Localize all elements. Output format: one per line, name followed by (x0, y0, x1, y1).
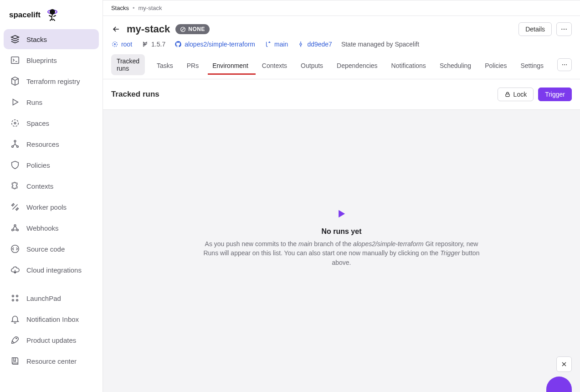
nav-launchpad[interactable]: LaunchPad (4, 288, 99, 308)
svg-point-4 (12, 120, 19, 127)
nav-product-updates[interactable]: Product updates (4, 330, 99, 350)
stacks-icon (10, 34, 20, 44)
svg-point-19 (564, 29, 565, 30)
tab-notifications[interactable]: Notifications (390, 58, 428, 75)
svg-point-6 (14, 140, 16, 142)
nav-resources[interactable]: Resources (4, 134, 99, 154)
scope-link[interactable]: root (111, 41, 132, 48)
details-button[interactable]: Details (518, 22, 552, 36)
code-icon (10, 244, 20, 254)
nav-label: Product updates (26, 336, 76, 344)
terraform-version: 1.5.7 (141, 41, 165, 48)
nav-label: Contexts (26, 182, 53, 190)
breadcrumb-root[interactable]: Stacks (111, 5, 129, 11)
status-badge: NONE (175, 24, 210, 34)
svg-point-13 (12, 295, 14, 297)
nodes-icon (10, 139, 20, 149)
cube-icon (10, 76, 20, 86)
tab-outputs[interactable]: Outputs (299, 58, 325, 75)
nav-main: Stacks Blueprints Terraform registry Run… (4, 29, 99, 371)
svg-point-18 (561, 29, 562, 30)
breadcrumb: Stacks • my-stack (103, 0, 580, 16)
tab-prs[interactable]: PRs (185, 58, 200, 75)
svg-rect-28 (506, 94, 509, 96)
breadcrumb-sep: • (133, 5, 135, 11)
svg-point-20 (566, 29, 567, 30)
empty-description: As you push new commits to the main bran… (200, 239, 482, 267)
branch-icon (264, 41, 272, 48)
commit-link[interactable]: dd9ede7 (297, 41, 332, 48)
svg-point-22 (114, 44, 116, 45)
lock-button[interactable]: Lock (498, 88, 534, 101)
subheader-title: Tracked runs (111, 90, 159, 99)
nav-source-code[interactable]: Source code (4, 239, 99, 259)
nav-terraform-registry[interactable]: Terraform registry (4, 71, 99, 91)
nav-cloud-integrations[interactable]: Cloud integrations (4, 260, 99, 280)
help-bubble[interactable] (546, 377, 572, 392)
empty-state: No runs yet As you push new commits to t… (200, 207, 482, 294)
tabs-more-button[interactable] (557, 58, 572, 71)
close-floater-button[interactable] (556, 356, 572, 372)
tab-contexts[interactable]: Contexts (260, 58, 289, 75)
page-title: my-stack (127, 23, 170, 35)
branch-link[interactable]: main (264, 41, 288, 48)
nav-label: Source code (26, 245, 65, 253)
svg-point-1 (50, 9, 55, 15)
cloud-icon (10, 265, 20, 275)
nav-notification-inbox[interactable]: Notification Inbox (4, 309, 99, 329)
nav-worker-pools[interactable]: Worker pools (4, 197, 99, 217)
nav-stacks[interactable]: Stacks (4, 29, 99, 49)
subheader: Tracked runs Lock Trigger (103, 79, 580, 110)
shield-icon (10, 160, 20, 170)
tab-policies[interactable]: Policies (483, 58, 508, 75)
svg-point-27 (566, 64, 567, 65)
svg-point-11 (17, 229, 19, 231)
tab-tasks[interactable]: Tasks (155, 58, 175, 75)
nav-blueprints[interactable]: Blueprints (4, 50, 99, 70)
tools-icon (10, 202, 20, 212)
empty-title: No runs yet (200, 227, 482, 236)
svg-point-21 (113, 42, 118, 47)
nav-separator (4, 281, 99, 287)
svg-point-15 (12, 299, 14, 301)
svg-point-14 (16, 295, 18, 297)
tab-dependencies[interactable]: Dependencies (335, 58, 380, 75)
nav-label: LaunchPad (26, 294, 61, 302)
nav-webhooks[interactable]: Webhooks (4, 218, 99, 238)
nav-contexts[interactable]: Contexts (4, 176, 99, 196)
svg-rect-3 (11, 57, 19, 64)
stack-meta: root 1.5.7 alopes2/simple-terraform main… (111, 36, 572, 48)
webhook-icon (10, 223, 20, 233)
main-panel: Stacks • my-stack my-stack NONE Details (103, 0, 580, 392)
github-icon (175, 41, 182, 48)
lock-icon (504, 91, 511, 98)
nav-label: Resource center (26, 357, 77, 365)
puzzle-icon (10, 181, 20, 191)
stack-header: my-stack NONE Details root 1.5.7 (103, 16, 580, 52)
svg-point-16 (16, 299, 18, 301)
nav-label: Notification Inbox (26, 315, 79, 323)
tab-scheduling[interactable]: Scheduling (438, 58, 473, 75)
back-icon[interactable] (111, 24, 121, 34)
tab-settings[interactable]: Settings (518, 58, 545, 75)
svg-point-24 (300, 43, 302, 45)
trigger-button[interactable]: Trigger (538, 88, 572, 101)
brand-logo[interactable]: spacelift (4, 6, 99, 29)
play-outline-icon (10, 97, 20, 107)
nav-resource-center[interactable]: Resource center (4, 351, 99, 371)
repo-link[interactable]: alopes2/simple-terraform (175, 41, 255, 48)
nav-label: Stacks (26, 36, 47, 43)
nav-label: Policies (26, 161, 50, 169)
svg-point-5 (14, 122, 16, 124)
tab-tracked-runs[interactable]: Tracked runs (111, 54, 145, 75)
tabs: Tracked runs Tasks PRs Environment Conte… (103, 52, 580, 79)
commit-icon (297, 41, 304, 48)
nav-spaces[interactable]: Spaces (4, 113, 99, 133)
nav-runs[interactable]: Runs (4, 92, 99, 112)
scope-icon (111, 41, 118, 48)
nav-policies[interactable]: Policies (4, 155, 99, 175)
more-actions-button[interactable] (556, 22, 572, 36)
floating-controls (546, 356, 572, 387)
book-icon (10, 356, 20, 366)
tab-environment[interactable]: Environment (210, 58, 250, 75)
